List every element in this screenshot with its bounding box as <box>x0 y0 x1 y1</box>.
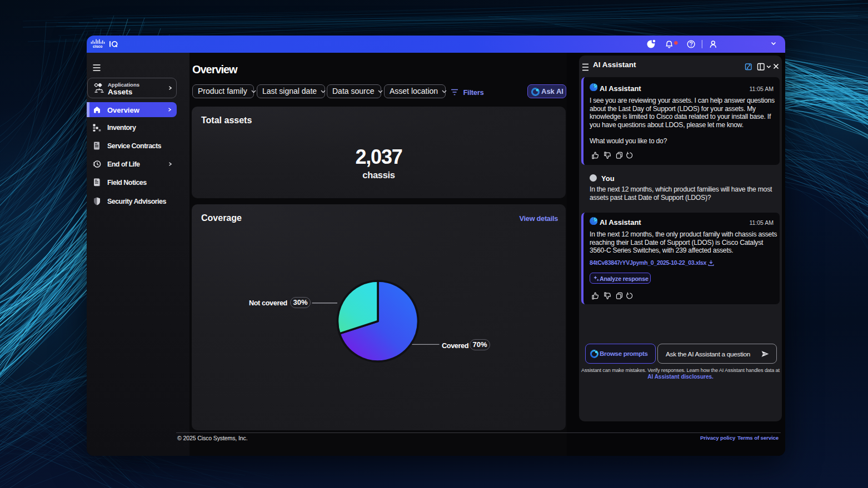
svg-text:cisco: cisco <box>93 44 102 48</box>
